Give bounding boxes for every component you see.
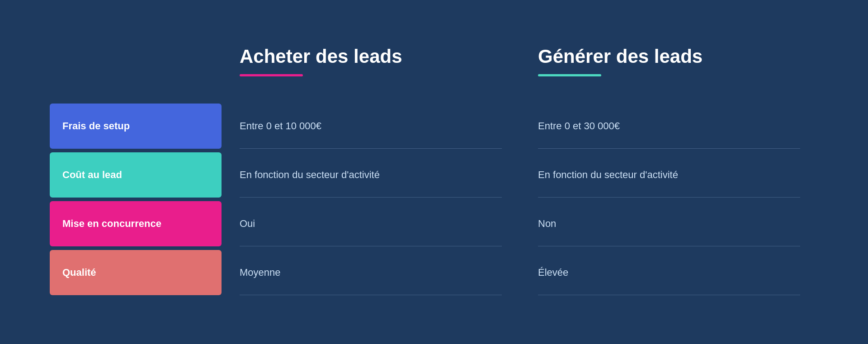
row-label-3: Qualité [50,250,222,295]
row-label-1: Coût au lead [50,152,222,198]
col2-row-0: Entre 0 et 30 000€ [538,104,800,149]
header-left-empty [50,45,222,94]
col1-row-0: Entre 0 et 10 000€ [240,104,502,149]
col2-underline [538,74,601,76]
col1-values: Entre 0 et 10 000€En fonction du secteur… [222,94,520,299]
col2-row-3: Élevée [538,250,800,295]
col2-title: Générer des leads [538,45,800,68]
row-labels: Frais de setupCoût au leadMise en concur… [50,94,222,299]
col2-values: Entre 0 et 30 000€En fonction du secteur… [520,94,818,299]
col2-row-2: Non [538,201,800,246]
header-col2: Générer des leads [520,45,818,94]
row-label-2: Mise en concurrence [50,201,222,246]
col1-underline [240,74,303,76]
header-col1: Acheter des leads [222,45,520,94]
col2-row-1: En fonction du secteur d'activité [538,152,800,198]
comparison-table: Acheter des leads Générer des leads Frai… [50,45,818,299]
col1-row-3: Moyenne [240,250,502,295]
col1-row-2: Oui [240,201,502,246]
col1-row-1: En fonction du secteur d'activité [240,152,502,198]
col1-title: Acheter des leads [240,45,502,68]
row-label-0: Frais de setup [50,104,222,149]
